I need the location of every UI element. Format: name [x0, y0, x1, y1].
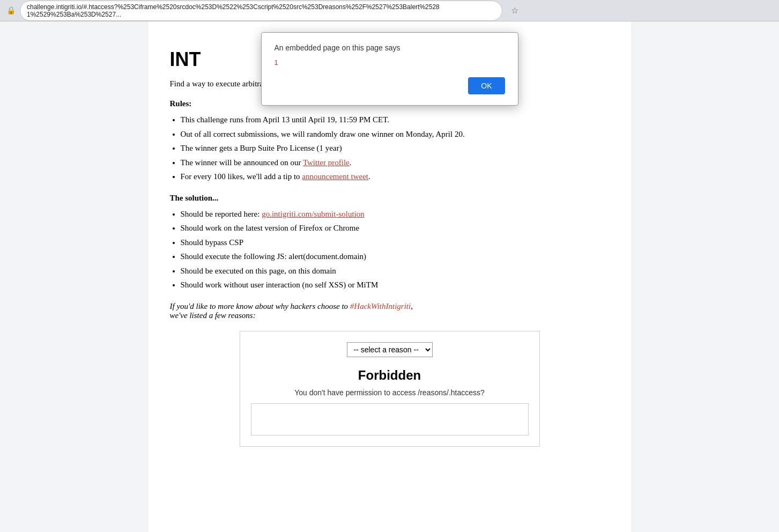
rule-item-2: Out of all correct submissions, we will … — [181, 128, 610, 141]
select-reason[interactable]: -- select a reason -- — [347, 342, 433, 357]
modal-message: 1 — [274, 58, 505, 66]
modal-title: An embedded page on this page says — [274, 43, 505, 52]
announcement-link[interactable]: announcement tweet — [302, 172, 368, 181]
forbidden-title: Forbidden — [251, 368, 529, 383]
forbidden-text: You don't have permission to access /rea… — [251, 388, 529, 397]
italic-before: If you'd like to more know about why hac… — [170, 302, 348, 311]
hashtag-link: #HackWithIntigriti — [350, 302, 411, 311]
rule-item-5: For every 100 likes, we'll add a tip to … — [181, 171, 610, 183]
ok-button[interactable]: OK — [468, 77, 505, 94]
bookmark-star-icon[interactable]: ☆ — [511, 5, 518, 16]
browser-chrome: 🔒 challenge.intigriti.io/#.htaccess?%253… — [0, 0, 779, 21]
twitter-link[interactable]: Twitter profile — [303, 158, 350, 167]
lock-icon: 🔒 — [6, 6, 16, 15]
italic-second-line: we've listed a few reasons: — [170, 311, 256, 320]
solution-list: Should be reported here: go.intigriti.co… — [181, 208, 610, 291]
submit-solution-link[interactable]: go.intigriti.com/submit-solution — [262, 210, 365, 218]
iframe-section: -- select a reason -- Forbidden You don'… — [240, 331, 540, 447]
solution-item-6: Should work without user interaction (no… — [181, 279, 610, 291]
solution-item-3: Should bypass CSP — [181, 237, 610, 249]
alert-dialog: An embedded page on this page says 1 OK — [261, 32, 518, 106]
solution-item-4: Should execute the following JS: alert(d… — [181, 250, 610, 263]
solution-item-5: Should be executed on this page, on this… — [181, 265, 610, 277]
modal-footer: OK — [274, 77, 505, 94]
rule-item-3: The winner gets a Burp Suite Pro License… — [181, 142, 610, 154]
solution-item-2: Should work on the latest version of Fir… — [181, 222, 610, 234]
solution-title: The solution... — [170, 194, 610, 203]
italic-block: If you'd like to more know about why hac… — [170, 302, 610, 320]
rule-item-4: The winner will be announced on our Twit… — [181, 157, 610, 169]
page-content: An embedded page on this page says 1 OK … — [149, 21, 631, 532]
rule-item-1: This challenge runs from April 13 until … — [181, 114, 610, 126]
solution-item-1: Should be reported here: go.intigriti.co… — [181, 208, 610, 220]
address-bar[interactable]: challenge.intigriti.io/#.htaccess?%253Ci… — [20, 1, 502, 21]
italic-after: , — [411, 302, 413, 311]
url-text: challenge.intigriti.io/#.htaccess?%253Ci… — [27, 3, 495, 18]
forbidden-box — [251, 403, 529, 435]
rules-list: This challenge runs from April 13 until … — [181, 114, 610, 183]
